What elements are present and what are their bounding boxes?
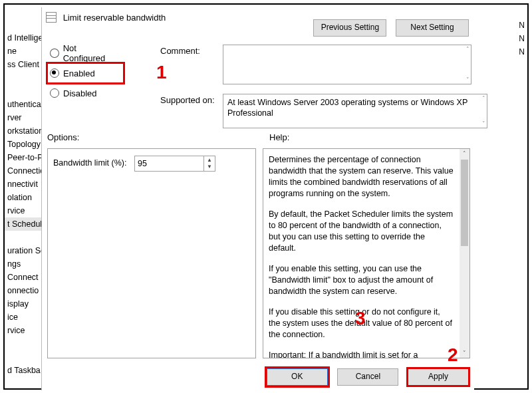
supported-on-text: At least Windows Server 2003 operating s… xyxy=(223,94,487,128)
supported-on-value: At least Windows Server 2003 operating s… xyxy=(227,98,467,118)
list-item: ne xyxy=(5,45,41,58)
radio-icon xyxy=(50,68,59,78)
chevron-up-icon: ˄ xyxy=(482,96,485,101)
list-item: nnectivit xyxy=(5,178,41,191)
previous-setting-button[interactable]: Previous Setting xyxy=(313,19,386,37)
list-item: ngs xyxy=(5,257,41,271)
ok-button[interactable]: OK xyxy=(266,368,329,386)
radio-not-configured[interactable]: Not Configured xyxy=(47,43,124,63)
list-item: Peer-to-P xyxy=(5,151,41,164)
scroll-down-icon[interactable]: ˅ xyxy=(460,348,469,358)
spinner-buttons[interactable]: ▲ ▼ xyxy=(203,156,215,171)
list-item: olation xyxy=(5,191,41,204)
radio-icon xyxy=(50,88,59,98)
list-item: isplay xyxy=(5,297,41,311)
bandwidth-limit-label: Bandwidth limit (%): xyxy=(53,158,126,168)
help-paragraph: By default, the Packet Scheduler limits … xyxy=(269,209,454,254)
help-paragraph: If you disable this setting or do not co… xyxy=(269,307,454,340)
radio-disabled[interactable]: Disabled xyxy=(47,83,124,103)
list-item: ss Client E xyxy=(5,58,41,71)
right-col-n: N xyxy=(519,47,525,57)
list-item: rvice xyxy=(5,324,41,337)
help-text: Determines the percentage of connection … xyxy=(263,149,459,358)
list-item: Connect N xyxy=(5,271,41,284)
options-label: Options: xyxy=(47,132,79,142)
list-item: rver xyxy=(5,111,41,124)
bandwidth-limit-spinner[interactable]: 95 ▲ ▼ xyxy=(134,156,215,172)
comment-textarea[interactable]: ˄ ˅ xyxy=(223,45,471,84)
list-item: d Taskba xyxy=(5,364,41,377)
dialog-icon xyxy=(46,12,57,23)
list-item: onnectio xyxy=(5,284,41,297)
list-item-selected[interactable]: t Schedul xyxy=(5,217,41,231)
help-label: Help: xyxy=(269,132,289,142)
outer-frame: N N N d Intellige ne ss Client E uthenti… xyxy=(3,3,529,390)
radio-enabled[interactable]: Enabled xyxy=(47,63,124,83)
list-item: uration Se xyxy=(5,244,41,257)
help-paragraph: If you enable this setting, you can use … xyxy=(269,263,454,297)
list-item: Topology xyxy=(5,138,41,151)
supported-on-label: Supported on: xyxy=(160,95,215,105)
dialog-title: Limit reservable bandwidth xyxy=(63,8,166,28)
right-col-n: N xyxy=(519,34,525,43)
background-tree: d Intellige ne ss Client E uthenticat rv… xyxy=(5,31,41,377)
help-panel: Determines the percentage of connection … xyxy=(263,148,470,358)
next-setting-button[interactable]: Next Setting xyxy=(396,19,469,37)
apply-button[interactable]: Apply xyxy=(408,368,469,386)
chevron-down-icon[interactable]: ˅ xyxy=(466,77,469,82)
radio-label: Not Configured xyxy=(63,43,120,63)
list-item: rvice xyxy=(5,204,41,217)
help-scrollbar[interactable]: ˄ ˅ xyxy=(460,149,469,358)
help-paragraph: Important: If a bandwidth limit is set f… xyxy=(269,350,454,358)
spinner-up-icon[interactable]: ▲ xyxy=(204,157,215,164)
dialog-button-bar: OK Cancel Apply xyxy=(259,368,469,386)
radio-icon xyxy=(50,49,59,58)
chevron-up-icon[interactable]: ˄ xyxy=(466,47,469,52)
list-item: d Intellige xyxy=(5,31,41,45)
list-item: Connection xyxy=(5,164,41,178)
list-item: orkstation xyxy=(5,124,41,138)
right-col-n: N xyxy=(519,21,525,30)
list-item: uthenticat xyxy=(5,98,41,111)
scroll-thumb[interactable] xyxy=(461,160,468,246)
radio-label: Enabled xyxy=(63,68,95,78)
policy-dialog: Limit reservable bandwidth Previous Sett… xyxy=(41,7,474,390)
comment-label: Comment: xyxy=(160,46,200,56)
list-item: ice xyxy=(5,311,41,324)
chevron-down-icon: ˅ xyxy=(482,121,485,126)
options-panel: Bandwidth limit (%): 95 ▲ ▼ xyxy=(47,148,256,358)
cancel-button[interactable]: Cancel xyxy=(337,368,398,386)
state-radio-group: Not Configured Enabled Disabled xyxy=(47,43,124,103)
spinner-down-icon[interactable]: ▼ xyxy=(204,164,215,170)
help-paragraph: Determines the percentage of connection … xyxy=(269,154,454,199)
radio-label: Disabled xyxy=(63,88,97,98)
scroll-up-icon[interactable]: ˄ xyxy=(460,149,469,158)
bandwidth-limit-value: 95 xyxy=(138,156,147,171)
